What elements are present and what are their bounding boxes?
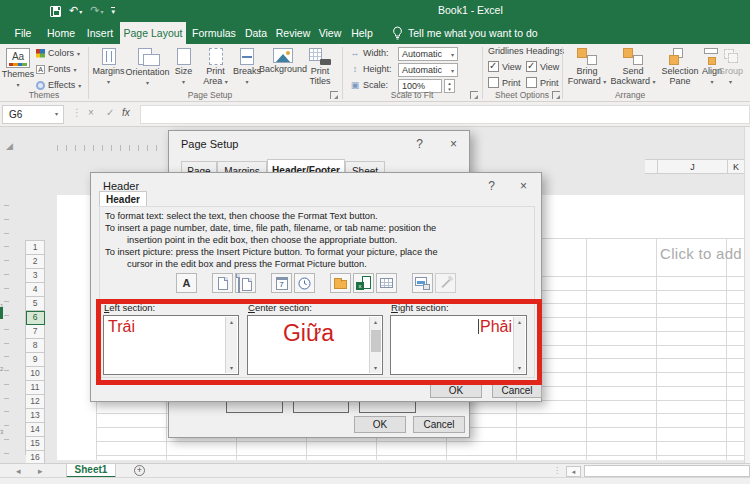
header-dialog-tab-header[interactable]: Header	[99, 191, 147, 207]
insert-picture-button[interactable]	[412, 273, 433, 293]
size-button[interactable]: Size▾	[170, 46, 197, 87]
column-header-partial[interactable]	[645, 160, 657, 173]
effects-button[interactable]: Effects▾	[36, 80, 81, 90]
enter-entry-icon[interactable]: ✓	[106, 107, 114, 118]
height-icon: ↕	[350, 64, 360, 74]
background-button[interactable]: Background	[262, 46, 304, 75]
save-icon[interactable]	[50, 6, 61, 17]
tab-review[interactable]: Review	[274, 22, 312, 44]
row-header-9[interactable]: 9	[26, 353, 45, 367]
insert-date-button[interactable]: 7	[271, 273, 292, 293]
tab-formulas[interactable]: Formulas	[190, 22, 238, 44]
row-header-8[interactable]: 8	[26, 339, 45, 353]
sheet-options-dialog-launcher-icon[interactable]	[552, 91, 560, 99]
customize-qat-icon[interactable]: ▾	[111, 7, 115, 16]
click-to-add-header-text[interactable]: Click to add	[660, 245, 742, 262]
row-header-6-selected[interactable]: 6	[26, 311, 45, 325]
tab-data[interactable]: Data	[242, 22, 270, 44]
column-header-k[interactable]: K	[727, 160, 744, 173]
cancel-entry-icon[interactable]: ×	[88, 107, 94, 118]
header-dialog-help-icon[interactable]: ?	[488, 179, 495, 193]
ins ert-number-of-pages-button[interactable]	[235, 273, 256, 293]
row-header-15[interactable]: 15	[26, 437, 45, 451]
tab-insert[interactable]: Insert	[84, 22, 116, 44]
sheet-tab-sheet1[interactable]: Sheet1	[66, 464, 116, 478]
row-header-2[interactable]: 2	[26, 255, 45, 269]
bring-forward-button[interactable]: Bring Forward ▾	[566, 46, 608, 87]
horizontal-scrollbar[interactable]	[584, 465, 750, 477]
undo-icon[interactable]: ↶▾	[69, 3, 82, 19]
formula-input[interactable]	[140, 105, 750, 124]
vertical-scrollbar[interactable]	[744, 127, 750, 463]
redo-dropdown-icon[interactable]: ▾	[100, 9, 103, 15]
tab-help[interactable]: Help	[348, 22, 376, 44]
tab-view[interactable]: View	[316, 22, 344, 44]
send-backward-button[interactable]: Send Backward ▾	[610, 46, 656, 87]
print-area-button[interactable]: PrintArea ▾	[199, 46, 232, 87]
gridlines-print-checkbox[interactable]: ✓Print	[488, 77, 521, 88]
colors-button[interactable]: Colors▾	[36, 48, 80, 58]
gridlines-view-checkbox[interactable]: ✓View	[488, 61, 521, 72]
insert-page-number-button[interactable]	[212, 273, 233, 293]
row-header-13[interactable]: 13	[26, 409, 45, 423]
print-titles-button[interactable]: PrintTitles	[305, 46, 335, 86]
sheet-nav-right-icon[interactable]: ▸	[38, 466, 43, 476]
page-setup-ok-button[interactable]: OK	[354, 416, 406, 433]
row-header-4[interactable]: 4	[26, 283, 45, 297]
checkbox-unchecked-icon[interactable]: ✓	[488, 77, 499, 88]
redo-icon[interactable]: ↷▾	[90, 3, 103, 19]
row-header-5[interactable]: 5	[26, 297, 45, 311]
spinner-down-icon[interactable]: ▾	[445, 86, 454, 92]
insert-file-path-button[interactable]	[330, 273, 351, 293]
page-setup-close-icon[interactable]: ×	[450, 137, 457, 151]
breaks-button[interactable]: Breaks▾	[233, 46, 261, 87]
send-backward-icon	[622, 48, 644, 65]
tab-page-layout[interactable]: Page Layout	[120, 22, 186, 44]
checkbox-unchecked-icon[interactable]: ✓	[526, 77, 537, 88]
undo-dropdown-icon[interactable]: ▾	[79, 9, 82, 15]
page-setup-cancel-button[interactable]: Cancel	[413, 416, 465, 433]
sheet-nav-left-icon[interactable]: ◂	[16, 466, 21, 476]
scale-spinner[interactable]: ▴▾	[444, 79, 455, 93]
orientation-button[interactable]: Orientation▾	[127, 46, 168, 88]
row-headers[interactable]: 1 2 3 4 5 6 7 8 9 10 11 12 13 14 15 16	[25, 240, 45, 455]
row-header-3[interactable]: 3	[26, 269, 45, 283]
date-icon: 7	[276, 277, 288, 290]
checkbox-checked-icon[interactable]: ✓	[488, 61, 499, 72]
insert-file-name-button[interactable]: x	[353, 273, 374, 293]
insert-time-button[interactable]	[294, 273, 315, 293]
column-header-j[interactable]: J	[657, 160, 727, 173]
page-setup-dialog-launcher-icon[interactable]	[330, 91, 338, 99]
header-dialog-close-icon[interactable]: ×	[520, 179, 527, 193]
width-select[interactable]: Automatic▾	[398, 47, 458, 61]
insert-sheet-name-button[interactable]	[376, 273, 397, 293]
tab-home[interactable]: Home	[44, 22, 78, 44]
scale-to-fit-dialog-launcher-icon[interactable]	[470, 91, 478, 99]
margins-button[interactable]: Margins▾	[92, 46, 125, 87]
page-setup-help-icon[interactable]: ?	[416, 137, 423, 151]
name-box[interactable]: G6▾	[2, 105, 64, 124]
fonts-button[interactable]: AFonts▾	[36, 64, 77, 74]
new-sheet-icon[interactable]: +	[134, 465, 145, 476]
format-text-button[interactable]: A	[176, 273, 197, 293]
row-header-7[interactable]: 7	[26, 325, 45, 339]
hscroll-left-icon[interactable]: ◂	[566, 466, 581, 477]
checkbox-checked-icon[interactable]: ✓	[526, 61, 537, 72]
row-header-10[interactable]: 10	[26, 367, 45, 381]
row-header-12[interactable]: 12	[26, 395, 45, 409]
tabbar-divider-icon[interactable]: ⋮	[553, 466, 561, 475]
tell-me-label: Tell me what you want to do	[408, 27, 538, 39]
row-header-1[interactable]: 1	[26, 241, 45, 255]
themes-button[interactable]: Aa Themes ▾	[2, 46, 34, 90]
name-box-dropdown-icon[interactable]: ▾	[55, 106, 58, 123]
height-select[interactable]: Automatic▾	[398, 63, 458, 77]
tell-me-box[interactable]: Tell me what you want to do	[392, 22, 538, 44]
headings-view-checkbox[interactable]: ✓View	[526, 61, 559, 72]
row-header-11[interactable]: 11	[26, 381, 45, 395]
tab-file[interactable]: File	[8, 22, 38, 44]
headings-print-checkbox[interactable]: ✓Print	[526, 77, 559, 88]
column-headers[interactable]: J K	[645, 159, 744, 174]
row-header-14[interactable]: 14	[26, 423, 45, 437]
selection-pane-button[interactable]: Selection Pane	[658, 46, 702, 86]
insert-function-icon[interactable]: fx	[122, 107, 130, 118]
